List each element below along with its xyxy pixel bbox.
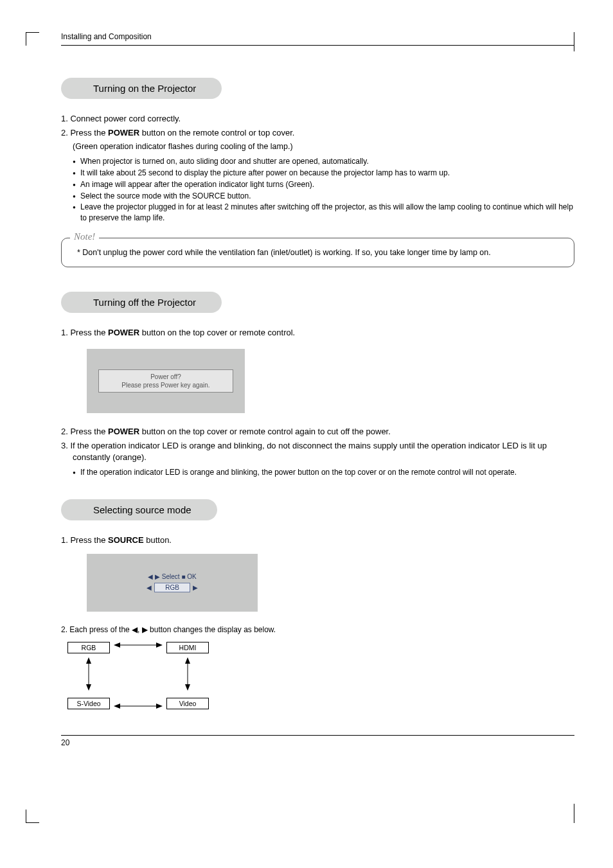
stepC1: 1. Press the SOURCE button. bbox=[61, 535, 574, 546]
stepB1-post: button on the top cover or remote contro… bbox=[139, 328, 295, 337]
source-cycle-diagram: RGB HDMI S-Video Video bbox=[67, 642, 209, 709]
section-turning-off: Turning off the Projector bbox=[61, 292, 222, 313]
sectionA-bullets: When projector is turned on, auto slidin… bbox=[73, 156, 574, 224]
svg-marker-7 bbox=[86, 657, 91, 664]
osd-source-hint: ◀ ▶ Select ■ OK bbox=[105, 573, 240, 580]
stepA2-post: button on the remote control or top cove… bbox=[139, 128, 294, 137]
svg-marker-4 bbox=[114, 704, 120, 709]
source-hdmi: HDMI bbox=[166, 642, 209, 653]
bulletA0: When projector is turned on, auto slidin… bbox=[73, 156, 574, 167]
page-number: 20 bbox=[61, 738, 574, 747]
bulletA1: It will take about 25 second to display … bbox=[73, 168, 574, 179]
stepC1-pre: 1. Press the bbox=[61, 535, 108, 545]
stepA2-pre: 2. Press the bbox=[61, 128, 108, 137]
sectionB-bullets: If the operation indicator LED is orange… bbox=[73, 467, 574, 478]
svg-marker-8 bbox=[86, 684, 91, 691]
stepB1-pre: 1. Press the bbox=[61, 328, 108, 337]
bulletA2: An image will appear after the operation… bbox=[73, 179, 574, 190]
svg-marker-11 bbox=[185, 684, 190, 691]
svg-marker-5 bbox=[156, 704, 163, 709]
note-label: Note! bbox=[70, 231, 99, 242]
section-source-mode: Selecting source mode bbox=[61, 499, 217, 520]
right-arrow-icon: ▶ bbox=[193, 584, 198, 591]
note-box: Note! * Don't unplug the power cord whil… bbox=[61, 238, 574, 267]
svg-marker-10 bbox=[185, 657, 190, 664]
osd-poweroff-inner: Power off? Please press Power key again. bbox=[98, 369, 233, 393]
osd-poweroff-line1: Power off? bbox=[99, 373, 233, 381]
osd-source-value: RGB bbox=[154, 583, 190, 592]
osd-poweroff-line2: Please press Power key again. bbox=[99, 381, 233, 389]
stepB2: 2. Press the POWER button on the top cov… bbox=[61, 426, 574, 438]
osd-source: ◀ ▶ Select ■ OK ◀ RGB ▶ bbox=[87, 554, 258, 612]
stepB1: 1. Press the POWER button on the top cov… bbox=[61, 327, 574, 339]
stepA1: 1. Connect power cord correctly. bbox=[61, 113, 574, 125]
svg-marker-2 bbox=[156, 642, 163, 648]
stepC2: 2. Each press of the ◀, ▶ button changes… bbox=[61, 624, 574, 635]
left-arrow-icon: ◀ bbox=[147, 584, 152, 591]
source-rgb: RGB bbox=[67, 642, 110, 653]
stepA2-bold: POWER bbox=[108, 128, 139, 137]
bulletB0: If the operation indicator LED is orange… bbox=[73, 467, 574, 478]
double-arrow-bottom-icon bbox=[114, 705, 163, 707]
footer-rule bbox=[61, 735, 574, 736]
header-rule bbox=[61, 45, 574, 46]
stepA2: 2. Press the POWER button on the remote … bbox=[61, 127, 574, 139]
stepB2-post: button on the top cover or remote contro… bbox=[139, 427, 391, 436]
stepC1-bold: SOURCE bbox=[108, 535, 144, 545]
stepA2-sub: (Green operation indicator flashes durin… bbox=[73, 141, 574, 152]
note-text: * Don't unplug the power cord while the … bbox=[76, 247, 564, 259]
stepB3: 3. If the operation indicator LED is ora… bbox=[61, 440, 574, 463]
bulletA3: Select the source mode with the SOURCE b… bbox=[73, 191, 574, 202]
double-arrow-right-icon bbox=[182, 657, 193, 691]
header-section: Installing and Composition bbox=[61, 32, 574, 41]
stepC1-post: button. bbox=[144, 535, 172, 545]
double-arrow-left-icon bbox=[84, 657, 94, 691]
double-arrow-top-icon bbox=[114, 644, 163, 646]
osd-poweroff: Power off? Please press Power key again. bbox=[87, 349, 245, 413]
stepB2-pre: 2. Press the bbox=[61, 427, 108, 436]
source-video: Video bbox=[166, 698, 209, 709]
source-svideo: S-Video bbox=[67, 698, 110, 709]
stepB1-bold: POWER bbox=[108, 328, 139, 337]
svg-marker-1 bbox=[114, 642, 120, 648]
section-turning-on: Turning on the Projector bbox=[61, 78, 222, 99]
stepB2-bold: POWER bbox=[108, 427, 139, 436]
bulletA4: Leave the projector plugged in for at le… bbox=[73, 202, 574, 224]
